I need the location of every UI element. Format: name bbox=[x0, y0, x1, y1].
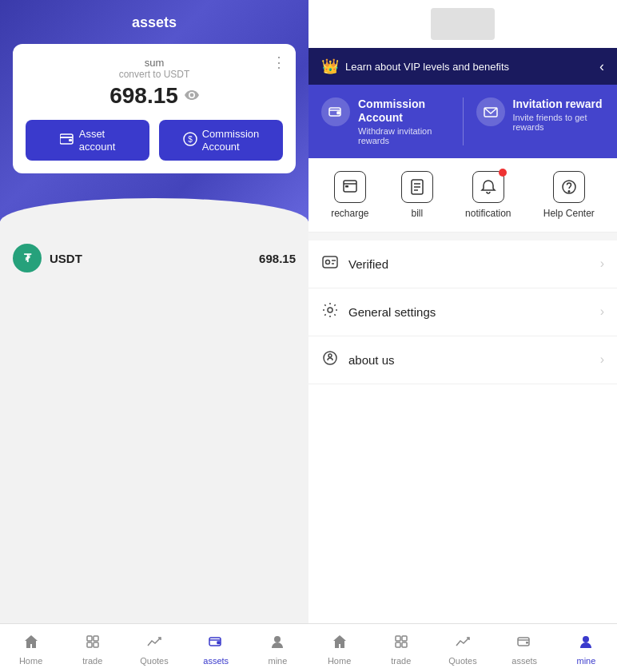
general-settings-chevron: › bbox=[600, 304, 604, 319]
svg-rect-17 bbox=[345, 185, 348, 188]
left-bottom-nav: Home trade Quotes assets mine bbox=[0, 623, 308, 672]
general-settings-menu-left: General settings bbox=[321, 301, 436, 323]
account-buttons: Asset account $ Commission Account bbox=[26, 120, 283, 161]
svg-point-23 bbox=[568, 190, 570, 192]
general-settings-label: General settings bbox=[348, 305, 436, 319]
assets-icon bbox=[208, 634, 224, 654]
nav-assets-label: assets bbox=[203, 656, 229, 666]
crown-icon: 👑 bbox=[321, 58, 339, 75]
recharge-icon-wrap bbox=[334, 171, 366, 203]
right-nav-trade[interactable]: trade bbox=[370, 630, 432, 669]
svg-rect-31 bbox=[396, 636, 400, 641]
nav-mine-label: mine bbox=[268, 656, 287, 666]
user-avatar bbox=[431, 8, 495, 40]
right-nav-assets-label: assets bbox=[512, 656, 537, 666]
trade-icon bbox=[85, 634, 101, 654]
usdt-icon: ₮ bbox=[13, 244, 42, 272]
right-nav-home[interactable]: Home bbox=[308, 630, 370, 669]
left-header: assets ⋮ sum convert to USDT 698.15 bbox=[0, 0, 308, 221]
about-us-menu-left: about us bbox=[321, 349, 395, 371]
commission-promo-sub: Withdraw invitation rewards bbox=[358, 126, 450, 145]
about-us-chevron: › bbox=[600, 352, 604, 367]
left-nav-mine[interactable]: mine bbox=[247, 630, 308, 669]
usdt-amount: 698.15 bbox=[259, 252, 296, 265]
menu-list: Verified › General settings › bbox=[308, 241, 617, 623]
right-nav-mine[interactable]: mine bbox=[555, 630, 617, 669]
svg-rect-7 bbox=[87, 642, 92, 647]
svg-rect-10 bbox=[217, 642, 220, 644]
svg-rect-1 bbox=[60, 137, 73, 138]
home-icon bbox=[23, 634, 39, 654]
general-settings-menu-item[interactable]: General settings › bbox=[308, 288, 617, 336]
right-mine-icon bbox=[578, 634, 594, 654]
right-nav-assets[interactable]: assets bbox=[494, 630, 555, 669]
bill-action[interactable]: bill bbox=[401, 171, 433, 219]
about-us-menu-item[interactable]: about us › bbox=[308, 336, 617, 384]
right-nav-trade-label: trade bbox=[391, 656, 411, 666]
recharge-action[interactable]: recharge bbox=[331, 171, 368, 219]
balance-row: 698.15 bbox=[26, 83, 283, 109]
commission-account-button[interactable]: $ Commission Account bbox=[159, 120, 283, 161]
balance-value: 698.15 bbox=[109, 83, 178, 109]
sum-label: sum bbox=[26, 57, 283, 69]
commission-promo-title: Commission Account bbox=[358, 97, 450, 125]
right-header bbox=[308, 0, 617, 48]
right-quotes-icon bbox=[455, 634, 471, 654]
left-nav-home[interactable]: Home bbox=[0, 630, 62, 669]
verified-menu-item[interactable]: Verified › bbox=[308, 241, 617, 288]
svg-text:$: $ bbox=[188, 135, 193, 144]
more-icon[interactable]: ⋮ bbox=[272, 54, 286, 71]
svg-rect-36 bbox=[526, 642, 528, 644]
about-icon bbox=[321, 349, 339, 371]
help-center-action[interactable]: Help Center bbox=[543, 171, 595, 219]
right-nav-home-label: Home bbox=[328, 656, 351, 666]
about-us-label: about us bbox=[348, 353, 395, 367]
nav-quotes-label: Quotes bbox=[140, 656, 168, 666]
commission-promo-info: Commission Account Withdraw invitation r… bbox=[358, 97, 450, 145]
left-nav-quotes[interactable]: Quotes bbox=[123, 630, 185, 669]
notification-icon-wrap bbox=[472, 171, 504, 203]
commission-icon: $ bbox=[183, 132, 197, 149]
invitation-promo-info: Invitation reward Invite friends to get … bbox=[513, 97, 605, 132]
commission-account-text: Commission Account bbox=[202, 128, 260, 153]
svg-point-11 bbox=[274, 636, 281, 642]
invitation-promo-card[interactable]: Invitation reward Invite friends to get … bbox=[476, 97, 605, 145]
balance-card: ⋮ sum convert to USDT 698.15 Asset bbox=[13, 44, 296, 173]
bill-icon-wrap bbox=[401, 171, 433, 203]
svg-rect-34 bbox=[402, 642, 407, 647]
svg-point-28 bbox=[328, 308, 332, 312]
wallet-icon bbox=[60, 133, 74, 149]
invitation-promo-title: Invitation reward bbox=[513, 97, 605, 111]
notification-action[interactable]: notification bbox=[465, 171, 511, 219]
left-panel: assets ⋮ sum convert to USDT 698.15 bbox=[0, 0, 308, 672]
quotes-icon bbox=[146, 634, 162, 654]
svg-point-37 bbox=[583, 636, 589, 642]
invitation-promo-icon-wrap bbox=[476, 97, 505, 126]
quick-actions: recharge bill notification bbox=[308, 158, 617, 233]
recharge-label: recharge bbox=[331, 208, 368, 219]
right-bottom-nav: Home trade Quotes assets mine bbox=[308, 623, 617, 672]
notification-label: notification bbox=[465, 208, 511, 219]
usdt-left: ₮ USDT bbox=[13, 244, 82, 272]
nav-trade-label: trade bbox=[82, 656, 102, 666]
vip-banner[interactable]: 👑 Learn about VIP levels and benefits ‹ bbox=[308, 48, 617, 85]
svg-rect-13 bbox=[337, 112, 340, 114]
asset-account-text: Asset account bbox=[79, 128, 116, 153]
wave-decoration bbox=[0, 198, 308, 222]
vip-arrow-icon: ‹ bbox=[599, 58, 604, 75]
left-nav-assets[interactable]: assets bbox=[185, 630, 247, 669]
svg-point-30 bbox=[328, 354, 332, 357]
verified-chevron: › bbox=[600, 256, 604, 271]
convert-label: convert to USDT bbox=[26, 69, 283, 80]
right-nav-quotes[interactable]: Quotes bbox=[432, 630, 493, 669]
left-nav-trade[interactable]: trade bbox=[62, 630, 123, 669]
verified-icon bbox=[321, 253, 339, 275]
help-center-label: Help Center bbox=[543, 208, 595, 219]
asset-account-button[interactable]: Asset account bbox=[26, 120, 149, 161]
verified-menu-left: Verified bbox=[321, 253, 388, 275]
svg-rect-5 bbox=[87, 636, 92, 641]
svg-rect-8 bbox=[94, 642, 98, 647]
page-title: assets bbox=[13, 14, 296, 31]
eye-icon[interactable] bbox=[185, 89, 199, 103]
commission-promo-card[interactable]: Commission Account Withdraw invitation r… bbox=[321, 97, 450, 145]
